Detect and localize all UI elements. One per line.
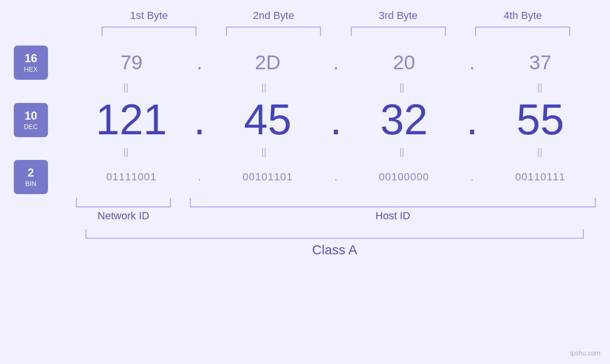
bracket-top-2 [226, 27, 321, 36]
hex-val-4: 37 [529, 51, 552, 74]
hex-cell-4: 37 [488, 51, 592, 74]
eq2-4: || [488, 144, 592, 160]
dec-cell-2: 45 [216, 95, 320, 144]
bracket-top-1 [102, 27, 197, 36]
eq1-3: || [350, 80, 454, 95]
bin-base-number: 2 [28, 166, 34, 180]
hex-base-number: 16 [25, 52, 38, 65]
dec-badge: 10 DEC [14, 103, 48, 137]
eq2-1: || [74, 144, 178, 160]
hex-base-name: HEX [24, 65, 38, 74]
equals-row-1: || || || || [56, 80, 610, 95]
bracket-top-3 [351, 27, 446, 36]
class-section: Class A [0, 229, 610, 258]
dec-base-number: 10 [25, 109, 38, 123]
eq1-2: || [212, 80, 316, 95]
dec-dot-2: . [326, 95, 345, 144]
byte-label-4: 4th Byte [470, 9, 575, 22]
bin-val-1: 01111001 [106, 171, 157, 183]
watermark: ipshu.com [570, 349, 601, 357]
dec-val-4: 55 [516, 95, 564, 144]
dec-dot-3: . [463, 95, 482, 144]
dec-dot-1: . [190, 95, 209, 144]
dec-values-row: 121 . 45 . 32 . 55 [62, 95, 610, 144]
hex-cell-3: 20 [352, 51, 456, 74]
bin-cell-4: 00110111 [488, 171, 592, 183]
hex-cell-2: 2D [216, 51, 320, 74]
dec-cell-3: 32 [352, 95, 456, 144]
bin-cell-3: 00100000 [352, 171, 456, 183]
dec-val-2: 45 [244, 95, 291, 144]
hex-cell-1: 79 [79, 51, 184, 74]
bin-base-name: BIN [25, 180, 36, 188]
hex-val-1: 79 [120, 51, 142, 74]
equals-row-2-wrapper: || || || || [0, 144, 610, 160]
hex-dot-1: . [190, 51, 209, 74]
network-id-label: Network ID [76, 210, 171, 222]
bin-dot-1: . [190, 171, 209, 183]
dec-value-row: 121 . 45 . 32 . 55 [62, 95, 610, 144]
network-host-label-row: Network ID Host ID [76, 210, 596, 222]
hex-badge-wrapper: 16 HEX [0, 46, 62, 80]
dec-base-name: DEC [24, 123, 38, 131]
host-id-bracket [190, 198, 596, 207]
byte-label-3: 3rd Byte [346, 9, 450, 22]
dec-cell-4: 55 [488, 95, 592, 144]
byte-label-2: 2nd Byte [221, 9, 326, 22]
bin-value-row: 01111001 . 00101101 . 00100000 . [62, 171, 610, 183]
eq1-4: || [488, 80, 592, 95]
network-id-bracket [76, 198, 171, 207]
dec-cell-1: 121 [79, 95, 184, 144]
dec-row-wrapper: 10 DEC 121 . 45 . 32 [0, 95, 610, 144]
hex-dot-2: . [326, 51, 345, 74]
class-bracket [85, 229, 584, 239]
dec-badge-wrapper: 10 DEC [0, 103, 62, 137]
dec-val-3: 32 [380, 95, 428, 144]
bin-val-4: 00110111 [515, 171, 565, 183]
top-brackets [87, 27, 585, 36]
main-container: 1st Byte 2nd Byte 3rd Byte 4th Byte 16 H… [0, 0, 610, 364]
eq2-2: || [212, 144, 316, 160]
hex-values-row: 79 . 2D . 20 . 37 [62, 51, 610, 74]
dec-val-1: 121 [96, 95, 167, 144]
bin-dot-3: . [463, 171, 482, 183]
hex-val-2: 2D [255, 51, 281, 74]
bin-cell-1: 01111001 [79, 171, 184, 183]
bin-row-wrapper: 2 BIN 01111001 . 00101101 . 00100000 [0, 160, 610, 194]
eq2-3: || [350, 144, 454, 160]
equals-row-1-wrapper: || || || || [0, 80, 610, 95]
eq1-1: || [74, 80, 178, 95]
byte-label-1: 1st Byte [97, 9, 201, 22]
hex-badge: 16 HEX [14, 46, 48, 80]
hex-row-wrapper: 16 HEX 79 . 2D . 20 [0, 46, 610, 80]
hex-val-3: 20 [393, 51, 415, 74]
hex-value-row: 79 . 2D . 20 . 37 [62, 51, 610, 74]
bin-badge: 2 BIN [14, 160, 48, 194]
bin-dot-2: . [326, 171, 345, 183]
bin-values-row: 01111001 . 00101101 . 00100000 . [62, 171, 610, 183]
bin-cell-2: 00101101 [216, 171, 320, 183]
class-label: Class A [85, 243, 584, 258]
bin-badge-wrapper: 2 BIN [0, 160, 62, 194]
bin-val-3: 00100000 [379, 171, 429, 183]
bottom-brackets-section: Network ID Host ID [0, 198, 610, 222]
bin-val-2: 00101101 [243, 171, 293, 183]
bottom-bracket-line [76, 198, 596, 207]
hex-dot-3: . [463, 51, 482, 74]
bracket-top-4 [475, 27, 570, 36]
equals-row-2: || || || || [56, 144, 610, 160]
byte-labels-row: 1st Byte 2nd Byte 3rd Byte 4th Byte [87, 9, 585, 22]
host-id-label: Host ID [190, 210, 596, 222]
